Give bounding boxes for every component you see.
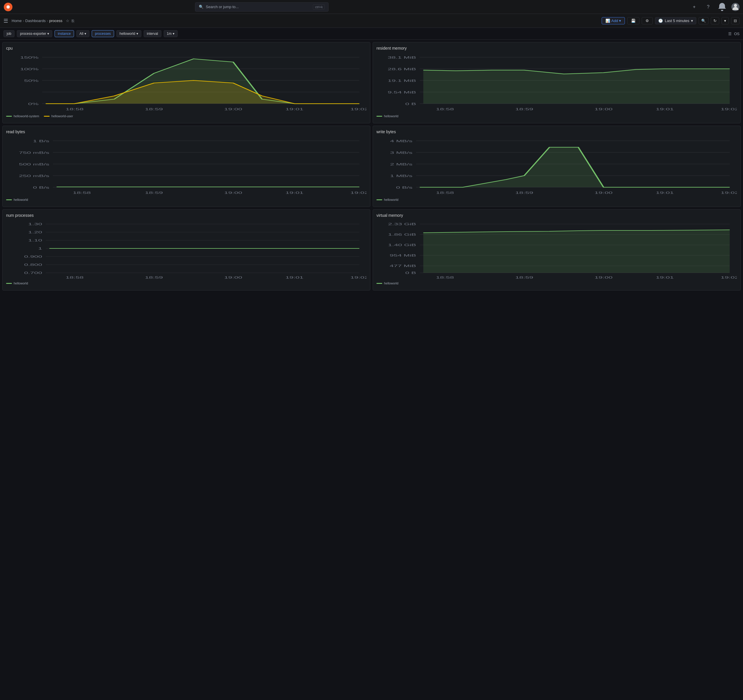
svg-text:28.6 MiB: 28.6 MiB: [388, 67, 416, 71]
cpu-legend-system: helloworld-system: [6, 114, 39, 118]
search-bar[interactable]: 🔍 Search or jump to... ctrl+k: [195, 2, 329, 12]
svg-text:100%: 100%: [20, 67, 38, 71]
star-icon[interactable]: ☆: [66, 19, 70, 23]
svg-text:19:01: 19:01: [286, 108, 303, 111]
interval-filter-label: interval: [144, 30, 161, 37]
menu-icon[interactable]: ☰: [3, 18, 8, 24]
write-bytes-legend: helloworld: [376, 198, 737, 201]
svg-text:19:00: 19:00: [594, 276, 613, 279]
grafana-logo[interactable]: [3, 2, 13, 12]
svg-text:0 B: 0 B: [405, 271, 416, 275]
user-avatar[interactable]: [731, 3, 740, 11]
zoom-out-icon: 🔍: [701, 19, 706, 23]
read-bytes-legend: helloworld: [6, 198, 367, 201]
cpu-legend: helloworld-system helloworld-user: [6, 114, 367, 118]
svg-text:0 B: 0 B: [405, 102, 416, 106]
toolbar: ☰ Home › Dashboards › process ☆ ⎘ 📊 Add …: [0, 14, 743, 28]
job-chevron-icon: ▾: [47, 32, 49, 36]
svg-text:38.1 MiB: 38.1 MiB: [388, 56, 416, 59]
filter-row: job process-exporter ▾ instance All ▾ pr…: [0, 28, 743, 40]
filter-right: ☰ OS: [728, 32, 740, 36]
share-icon[interactable]: ⎘: [72, 19, 74, 23]
cpu-panel: cpu 150% 100% 50% 0% 18:58 18:59 19:00 1…: [2, 42, 370, 123]
zoom-out-button[interactable]: 🔍: [699, 17, 709, 24]
svg-text:18:58: 18:58: [436, 191, 454, 195]
virtual-memory-title: virtual memory: [376, 213, 737, 218]
svg-text:2.33 GiB: 2.33 GiB: [388, 223, 416, 226]
processes-filter-select[interactable]: helloworld ▾: [116, 30, 141, 37]
svg-text:0.900: 0.900: [24, 255, 42, 258]
svg-text:19:02: 19:02: [350, 191, 367, 195]
svg-text:19:01: 19:01: [656, 108, 674, 111]
cpu-chart: 150% 100% 50% 0% 18:58 18:59 19:00 19:01…: [6, 54, 367, 112]
num-processes-legend: helloworld: [6, 281, 367, 285]
svg-text:19:02: 19:02: [350, 276, 367, 279]
svg-text:19:01: 19:01: [656, 191, 674, 195]
instance-filter-select[interactable]: All ▾: [76, 30, 89, 37]
svg-point-2: [6, 5, 10, 9]
add-nav-button[interactable]: +: [690, 2, 699, 12]
svg-text:1: 1: [38, 247, 42, 250]
breadcrumb-actions: ☆ ⎘: [66, 19, 74, 23]
notifications-button[interactable]: [718, 2, 727, 12]
refresh-dropdown-button[interactable]: ▾: [722, 17, 729, 24]
read-bytes-line: [6, 199, 12, 200]
refresh-button[interactable]: ↻: [711, 17, 719, 24]
processes-filter-label: processes: [92, 30, 114, 37]
time-chevron-icon: ▾: [691, 19, 693, 23]
svg-text:3 MB/s: 3 MB/s: [390, 151, 412, 154]
svg-text:954 MiB: 954 MiB: [390, 254, 416, 257]
svg-marker-66: [420, 147, 730, 187]
svg-text:19:00: 19:00: [594, 191, 613, 195]
num-processes-line: [6, 283, 12, 284]
write-bytes-chart: 4 MB/s 3 MB/s 2 MB/s 1 MB/s 0 B/s 18:58 …: [376, 138, 737, 195]
expand-button[interactable]: ⊟: [731, 17, 740, 24]
svg-text:18:58: 18:58: [66, 108, 84, 111]
num-processes-title: num processes: [6, 213, 367, 218]
toolbar-right: 📊 Add ▾ 💾 ⚙ 🕐 Last 5 minutes ▾ 🔍 ↻ ▾ ⊟: [602, 17, 740, 24]
svg-text:1.30: 1.30: [28, 223, 42, 226]
svg-text:19:02: 19:02: [350, 108, 367, 111]
help-button[interactable]: ?: [703, 2, 713, 12]
breadcrumb-dashboards[interactable]: Dashboards: [25, 19, 46, 23]
write-bytes-panel: write bytes 4 MB/s 3 MB/s 2 MB/s 1 MB/s …: [373, 126, 741, 207]
read-bytes-chart: 1 B/s 750 mB/s 500 mB/s 250 mB/s 0 B/s 1…: [6, 138, 367, 195]
virtual-memory-line: [376, 283, 382, 284]
dashboard-settings-button[interactable]: ⚙: [642, 17, 653, 24]
job-filter-select[interactable]: process-exporter ▾: [17, 30, 52, 37]
svg-text:19:02: 19:02: [721, 276, 737, 279]
save-icon: 💾: [631, 19, 636, 23]
svg-text:18:59: 18:59: [145, 108, 163, 111]
virtual-memory-panel: virtual memory 2.33 GiB 1.86 GiB 1.40 Gi…: [373, 209, 741, 290]
cpu-panel-title: cpu: [6, 46, 367, 50]
add-panel-button[interactable]: 📊 Add ▾: [602, 17, 625, 24]
svg-text:4 MB/s: 4 MB/s: [390, 139, 412, 143]
gear-icon: ⚙: [645, 19, 649, 23]
svg-text:18:58: 18:58: [436, 108, 454, 111]
svg-text:18:59: 18:59: [515, 108, 533, 111]
svg-marker-35: [423, 69, 730, 104]
list-icon: ☰: [728, 32, 732, 36]
svg-text:1.40 GiB: 1.40 GiB: [388, 244, 416, 247]
breadcrumb-home[interactable]: Home: [12, 19, 22, 23]
svg-text:19.1 MiB: 19.1 MiB: [388, 79, 416, 83]
svg-text:50%: 50%: [24, 79, 38, 83]
svg-text:0 B/s: 0 B/s: [396, 186, 413, 189]
svg-text:1 B/s: 1 B/s: [33, 139, 49, 143]
refresh-icon: ↻: [713, 19, 716, 23]
save-dashboard-button[interactable]: 💾: [627, 17, 639, 24]
resident-memory-line: [376, 116, 382, 117]
svg-marker-103: [423, 230, 730, 273]
time-range-picker[interactable]: 🕐 Last 5 minutes ▾: [655, 17, 696, 24]
interval-filter-select[interactable]: 1m ▾: [164, 30, 178, 37]
svg-point-3: [734, 4, 737, 7]
svg-text:0 B/s: 0 B/s: [33, 186, 49, 189]
nav-right: + ?: [690, 2, 740, 12]
svg-text:19:00: 19:00: [224, 276, 242, 279]
clock-icon: 🕐: [658, 19, 663, 23]
svg-text:1.10: 1.10: [28, 239, 42, 242]
svg-text:2 MB/s: 2 MB/s: [390, 163, 412, 166]
interval-chevron-icon: ▾: [173, 32, 175, 36]
svg-text:477 MiB: 477 MiB: [390, 264, 416, 268]
read-bytes-title: read bytes: [6, 129, 367, 134]
